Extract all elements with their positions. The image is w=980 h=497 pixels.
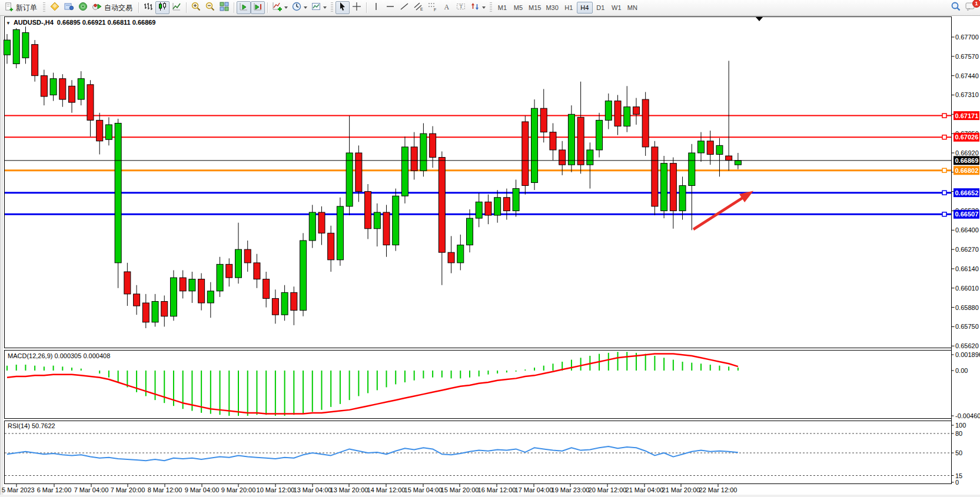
candle (337, 198, 343, 266)
templates-button[interactable] (309, 1, 328, 14)
timeframe-button-M1[interactable]: M1 (494, 2, 510, 14)
candle (13, 28, 19, 68)
text-label-button[interactable]: T (454, 1, 468, 14)
level-line-handle[interactable] (942, 212, 946, 216)
time-tick-label: 15 Mar 04:00 (404, 486, 443, 493)
svg-text:T: T (460, 4, 463, 9)
text-label-icon: T (456, 1, 466, 14)
equidistant-channel-icon: E (413, 1, 424, 14)
price-tick-label: 0.65620 (955, 342, 979, 349)
arrows-button[interactable] (468, 1, 487, 14)
new-order-icon (4, 2, 14, 14)
data-window-button[interactable] (62, 1, 76, 14)
price-level-label: 0.67026 (955, 134, 979, 141)
auto-trading-button[interactable]: 自动交易 (90, 1, 136, 14)
candle (550, 123, 556, 160)
periods-button[interactable] (290, 1, 309, 14)
crosshair-icon (351, 1, 362, 14)
candle (22, 26, 29, 64)
candle (180, 270, 186, 298)
candle (142, 294, 149, 328)
equidistant-channel-button[interactable]: E (411, 1, 426, 14)
tile-windows-button[interactable] (217, 1, 231, 14)
price-tick-label: 0.66400 (955, 226, 979, 234)
level-line-handle[interactable] (942, 168, 946, 172)
rsi-tick-label: 50 (955, 449, 962, 456)
candle (226, 258, 232, 286)
line-chart-type-button[interactable] (170, 1, 184, 14)
chart-shift-icon (253, 1, 263, 14)
chart-shift-marker[interactable] (756, 17, 763, 21)
bar-chart-type-icon (143, 1, 154, 14)
svg-text:A: A (444, 3, 450, 11)
time-tick-label: 9 Mar 20:00 (221, 486, 256, 493)
level-line-handle[interactable] (942, 114, 946, 118)
chart-window[interactable]: 0.677000.675700.674400.673100.671800.670… (0, 16, 980, 497)
chart-canvas[interactable]: 0.677000.675700.674400.673100.671800.670… (0, 16, 980, 497)
level-line-handle[interactable] (942, 135, 946, 139)
trend-arrow-line[interactable] (693, 195, 748, 229)
vertical-line-icon (371, 1, 381, 14)
candle (679, 176, 686, 219)
search-button[interactable] (949, 1, 963, 14)
price-tick-label: 0.67440 (955, 72, 979, 79)
candle (59, 74, 66, 107)
chart-shift-button[interactable] (251, 1, 265, 14)
timeframe-button-H4[interactable]: H4 (577, 2, 593, 14)
candle (365, 184, 371, 239)
timeframe-button-H1[interactable]: H1 (561, 2, 577, 14)
candlestick-chart-type-icon (157, 1, 168, 14)
timeframe-button-M30[interactable]: M30 (543, 2, 560, 14)
data-window-icon (64, 1, 74, 14)
add-indicator-button[interactable] (270, 1, 290, 14)
candle (374, 204, 380, 246)
zoom-out-button[interactable] (203, 1, 217, 14)
candle (707, 131, 713, 165)
candle (438, 151, 445, 285)
timeframe-button-W1[interactable]: W1 (609, 2, 624, 14)
candle (411, 132, 417, 180)
timeframe-button-M15[interactable]: M15 (526, 2, 543, 14)
candlestick-chart-type-button[interactable] (155, 1, 170, 14)
candle (318, 206, 325, 245)
timeframe-button-M5[interactable]: M5 (510, 2, 526, 14)
macd-tick-label: -0.004606 (955, 412, 980, 419)
time-tick-label: 22 Mar 12:00 (699, 486, 738, 493)
trendline-icon (399, 1, 410, 14)
price-tick-label: 0.65750 (955, 323, 979, 330)
price-level-label: 0.66802 (955, 167, 979, 174)
auto-scroll-icon (238, 1, 249, 14)
time-tick-label: 21 Mar 20:00 (662, 486, 700, 493)
fibonacci-button[interactable]: F (426, 1, 440, 14)
candle (346, 116, 353, 215)
chat-button[interactable]: 1 (963, 1, 978, 14)
price-tick-label: 0.65880 (955, 304, 979, 311)
cursor-button[interactable] (335, 1, 350, 14)
bar-chart-type-button[interactable] (141, 1, 155, 14)
level-line-handle[interactable] (942, 191, 946, 195)
fibonacci-icon: F (427, 1, 438, 14)
candle (485, 195, 491, 225)
trendline-button[interactable] (397, 1, 411, 14)
new-order-button[interactable]: 新订单 (2, 1, 41, 14)
zoom-in-button[interactable] (189, 1, 203, 14)
crosshair-button[interactable] (350, 1, 364, 14)
time-tick-label: 17 Mar 04:00 (515, 486, 553, 493)
time-tick-label: 13 Mar 04:00 (294, 486, 332, 493)
candle (328, 226, 334, 272)
candle (670, 158, 676, 229)
market-watch-button[interactable] (48, 1, 62, 14)
timeframe-button-MN[interactable]: MN (624, 2, 640, 14)
candle (170, 270, 177, 321)
auto-scroll-button[interactable] (237, 1, 251, 14)
candle (476, 193, 482, 227)
candle (41, 70, 47, 106)
chart-title-dropdown-icon[interactable]: ▼ (6, 21, 11, 26)
timeframe-button-D1[interactable]: D1 (593, 2, 609, 14)
candle (161, 295, 168, 326)
candle (457, 235, 464, 271)
text-button[interactable]: A (440, 1, 454, 14)
horizontal-line-button[interactable] (383, 1, 397, 14)
vertical-line-button[interactable] (369, 1, 383, 14)
navigator-button[interactable] (76, 1, 90, 14)
